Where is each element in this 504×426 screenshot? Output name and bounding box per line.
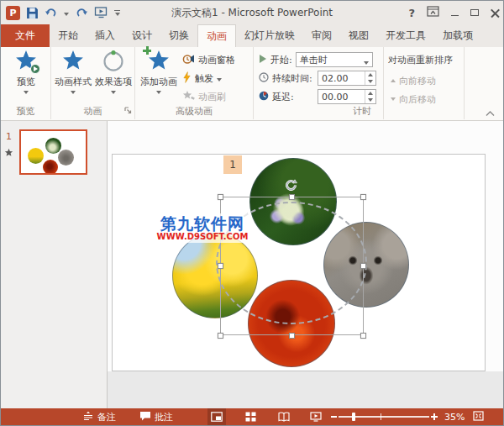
- effect-options-button[interactable]: 效果选项: [92, 49, 135, 94]
- zoom-slider-center-tick: [381, 413, 381, 420]
- rotate-handle-icon[interactable]: [284, 177, 297, 193]
- move-later-button[interactable]: 向后移动: [391, 92, 436, 107]
- animation-order-badge[interactable]: 1: [223, 155, 242, 174]
- lightning-icon: [182, 71, 192, 86]
- close-icon[interactable]: [491, 8, 500, 18]
- selection-handle-sw[interactable]: [218, 333, 223, 339]
- preview-label: 预览: [17, 76, 35, 88]
- tab-file[interactable]: 文件: [1, 24, 50, 47]
- slide-editing-area: 1 第九软件网 WWW.D9SOFT.COM: [108, 121, 503, 408]
- animation-painter-label: 动画刷: [198, 91, 226, 103]
- tab-transitions[interactable]: 切换: [160, 24, 197, 47]
- group-animation: 动画样式 效果选项 动画: [51, 47, 135, 119]
- tab-addins[interactable]: 加载项: [434, 24, 481, 47]
- group-label-advanced-animation: 高级动画: [135, 105, 253, 118]
- tab-review[interactable]: 审阅: [303, 24, 340, 47]
- tab-design[interactable]: 设计: [123, 24, 160, 47]
- powerpoint-window: P 演示文稿1 - Microsoft PowerPoint ?: [0, 0, 504, 426]
- fit-to-window-icon: [473, 411, 484, 423]
- group-label-preview: 预览: [1, 105, 50, 118]
- selection-handle-e[interactable]: [360, 263, 366, 269]
- trigger-dropdown-icon: [217, 78, 222, 82]
- add-animation-label: 添加动画: [140, 76, 177, 88]
- preview-button[interactable]: 预览: [3, 49, 49, 94]
- group-reorder-animation: 对动画重新排序 向前移动 向后移动: [384, 47, 465, 119]
- tab-developer[interactable]: 开发工具: [377, 24, 434, 47]
- selection-handle-nw[interactable]: [218, 194, 223, 200]
- window-controls: ?: [408, 1, 500, 24]
- workspace: 1: [1, 121, 503, 408]
- zoom-out-icon[interactable]: [331, 416, 337, 418]
- effect-options-label: 效果选项: [95, 76, 132, 88]
- animation-dialog-launcher-icon[interactable]: [124, 105, 132, 117]
- effect-options-dropdown-icon: [111, 91, 116, 94]
- preview-dropdown-icon: [24, 91, 29, 94]
- group-label-timing: 计时: [254, 105, 383, 118]
- selection-handle-ne[interactable]: [360, 194, 366, 200]
- ribbon-tab-row: 文件 开始 插入 设计 切换 动画 幻灯片放映 审阅 视图 开发工具 加载项: [1, 24, 503, 47]
- start-combobox[interactable]: 单击时: [296, 52, 373, 67]
- animation-indicator-star-icon: [4, 148, 13, 160]
- animation-pane-label: 动画窗格: [198, 54, 235, 66]
- zoom-slider-handle[interactable]: [352, 413, 355, 421]
- animation-styles-button[interactable]: 动画样式: [51, 49, 95, 94]
- slideshow-view-button[interactable]: [307, 408, 325, 425]
- reorder-title: 对动画重新排序: [388, 52, 453, 67]
- title-bar: P 演示文稿1 - Microsoft PowerPoint ?: [1, 1, 503, 24]
- start-value: 单击时: [300, 54, 328, 66]
- maximize-icon[interactable]: [470, 9, 479, 16]
- group-preview: 预览 预览: [1, 47, 51, 119]
- duration-value: 02.00: [322, 73, 349, 84]
- thumb-circle-tulips: [28, 148, 44, 164]
- animation-order-number: 1: [229, 159, 236, 171]
- normal-view-button[interactable]: [207, 408, 226, 425]
- trigger-button[interactable]: 触发: [182, 71, 222, 86]
- selection-handle-s[interactable]: [289, 333, 295, 339]
- trigger-label: 触发: [195, 72, 213, 85]
- animation-painter-icon: [182, 90, 195, 103]
- thumb-circle-koala: [58, 150, 74, 166]
- plus-badge-icon: [143, 46, 151, 55]
- watermark: 第九软件网 WWW.D9SOFT.COM: [154, 213, 251, 243]
- animation-painter-button[interactable]: 动画刷: [182, 89, 226, 104]
- fit-slide-to-window-button[interactable]: [473, 408, 484, 425]
- tab-home[interactable]: 开始: [50, 24, 87, 47]
- ribbon-display-options-icon[interactable]: [427, 6, 439, 19]
- notes-toggle[interactable]: 备注: [82, 408, 116, 425]
- move-later-label: 向后移动: [399, 93, 436, 106]
- add-animation-button[interactable]: 添加动画: [140, 49, 177, 94]
- slide-thumbnail-panel[interactable]: 1: [1, 121, 108, 408]
- reading-view-button[interactable]: [275, 408, 293, 425]
- animation-styles-label: 动画样式: [55, 76, 92, 88]
- tab-slideshow[interactable]: 幻灯片放映: [236, 24, 303, 47]
- tab-view[interactable]: 视图: [340, 24, 377, 47]
- collapse-ribbon-icon[interactable]: [486, 108, 495, 119]
- delay-spinner[interactable]: 00.00: [318, 89, 376, 104]
- help-icon[interactable]: ?: [408, 7, 415, 19]
- add-animation-dropdown-icon: [156, 91, 161, 94]
- minimize-icon[interactable]: [451, 15, 459, 16]
- start-combo-arrow-icon: [364, 61, 369, 65]
- ribbon-animations: 预览 预览 动画样式 效果选项 动画: [1, 47, 503, 121]
- preview-star-icon: [14, 49, 38, 72]
- zoom-in-icon[interactable]: [431, 413, 438, 420]
- comments-toggle[interactable]: 批注: [139, 408, 173, 425]
- tab-insert[interactable]: 插入: [87, 24, 123, 47]
- slide-sorter-view-button[interactable]: [241, 408, 260, 425]
- delay-spin-buttons[interactable]: [365, 90, 375, 103]
- slide-1-thumbnail[interactable]: [19, 129, 87, 175]
- selection-handle-se[interactable]: [360, 333, 366, 339]
- tab-animations[interactable]: 动画: [197, 24, 236, 47]
- selection-handle-n[interactable]: [289, 194, 295, 200]
- animation-pane-button[interactable]: 动画窗格: [182, 52, 235, 67]
- watermark-site-url: WWW.D9SOFT.COM: [154, 232, 251, 241]
- watermark-site-name: 第九软件网: [154, 215, 251, 232]
- view-buttons: [207, 408, 325, 425]
- play-badge-icon: [30, 64, 40, 74]
- move-earlier-button[interactable]: 向前移动: [391, 73, 436, 88]
- zoom-level[interactable]: 35%: [444, 408, 465, 425]
- duration-label: 持续时间:: [272, 72, 312, 85]
- selection-handle-w[interactable]: [218, 263, 223, 269]
- duration-spin-buttons[interactable]: [365, 71, 375, 85]
- duration-spinner[interactable]: 02.00: [318, 71, 376, 86]
